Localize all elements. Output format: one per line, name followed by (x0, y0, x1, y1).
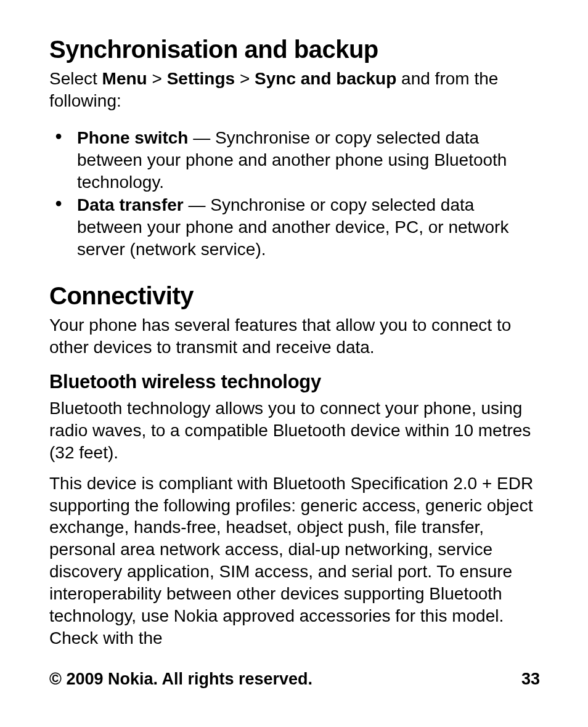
document-body: Synchronisation and backup Select Menu >… (49, 34, 540, 649)
page-footer: © 2009 Nokia. All rights reserved. 33 (49, 670, 540, 689)
nav-separator-2: > (235, 69, 255, 88)
page-number: 33 (521, 670, 540, 689)
nav-settings: Settings (167, 69, 235, 88)
copyright-text: © 2009 Nokia. All rights reserved. (49, 670, 312, 689)
options-list: Phone switch — Synchronise or copy selec… (77, 127, 540, 261)
list-item: Phone switch — Synchronise or copy selec… (77, 127, 540, 193)
bluetooth-para-1: Bluetooth technology allows you to conne… (49, 397, 540, 463)
nav-separator-1: > (147, 69, 167, 88)
nav-instruction: Select Menu > Settings > Sync and backup… (49, 68, 540, 112)
subheading-bluetooth: Bluetooth wireless technology (49, 370, 540, 394)
connectivity-intro: Your phone has several features that all… (49, 314, 540, 359)
option-label: Data transfer (77, 195, 184, 214)
nav-sync-backup: Sync and backup (255, 69, 396, 88)
heading-sync-backup: Synchronisation and backup (49, 34, 540, 65)
text-select: Select (49, 69, 102, 88)
bluetooth-para-2: This device is compliant with Bluetooth … (49, 473, 540, 649)
heading-connectivity: Connectivity (49, 280, 540, 312)
nav-menu: Menu (102, 69, 147, 88)
option-label: Phone switch (77, 128, 188, 147)
list-item: Data transfer — Synchronise or copy sele… (77, 194, 540, 260)
